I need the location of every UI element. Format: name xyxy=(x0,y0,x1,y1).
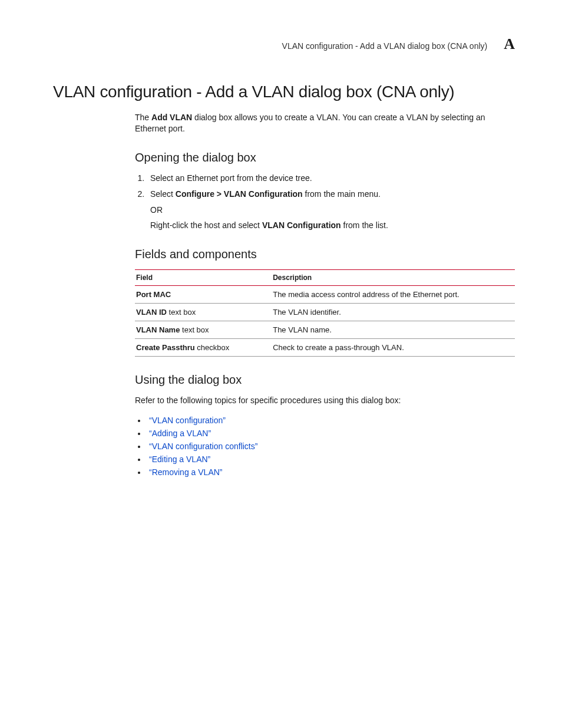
table-row: Port MAC The media access control addres… xyxy=(135,286,515,304)
desc-cell: Check to create a pass-through VLAN. xyxy=(272,339,515,357)
using-intro: Refer to the following topics for specif… xyxy=(135,395,515,406)
step-2-or: OR xyxy=(150,205,515,216)
link-vlan-configuration-conflicts[interactable]: “VLAN configuration conflicts” xyxy=(149,442,257,451)
list-item: “Adding a VLAN” xyxy=(147,429,515,438)
field-name: Create Passthru xyxy=(136,343,195,352)
step-2-bold: Configure > VLAN Configuration xyxy=(176,189,303,199)
step-1-text: Select an Ethernet port from the device … xyxy=(150,173,312,183)
list-item: “Editing a VLAN” xyxy=(147,454,515,464)
link-vlan-configuration[interactable]: “VLAN configuration” xyxy=(149,416,226,425)
intro-paragraph: The Add VLAN dialog box allows you to cr… xyxy=(135,112,515,134)
intro-prefix: The xyxy=(135,113,151,122)
fields-table: Field Description Port MAC The media acc… xyxy=(135,269,515,357)
table-row: VLAN Name text box The VLAN name. xyxy=(135,321,515,339)
table-header-row: Field Description xyxy=(135,270,515,286)
link-removing-a-vlan[interactable]: “Removing a VLAN” xyxy=(149,467,223,477)
field-suffix: text box xyxy=(180,325,209,334)
appendix-letter: A xyxy=(504,35,515,53)
field-cell: VLAN Name text box xyxy=(135,321,272,339)
list-item: “VLAN configuration” xyxy=(147,416,515,425)
step-2: Select Configure > VLAN Configuration fr… xyxy=(147,189,515,232)
table-row: VLAN ID text box The VLAN identifier. xyxy=(135,304,515,321)
link-editing-a-vlan[interactable]: “Editing a VLAN” xyxy=(149,454,210,464)
col-field: Field xyxy=(135,270,272,286)
page-title: VLAN configuration - Add a VLAN dialog b… xyxy=(53,83,515,101)
heading-fields: Fields and components xyxy=(135,248,515,261)
step-2-suffix: from the main menu. xyxy=(303,189,381,199)
list-item: “Removing a VLAN” xyxy=(147,467,515,477)
step-2-alt: Right-click the host and select VLAN Con… xyxy=(150,220,515,231)
field-cell: Port MAC xyxy=(135,286,272,304)
desc-cell: The media access control address of the … xyxy=(272,286,515,304)
field-cell: VLAN ID text box xyxy=(135,304,272,321)
related-links: “VLAN configuration” “Adding a VLAN” “VL… xyxy=(135,416,515,477)
link-adding-a-vlan[interactable]: “Adding a VLAN” xyxy=(149,429,211,438)
running-title: VLAN configuration - Add a VLAN dialog b… xyxy=(282,41,488,51)
opening-steps: Select an Ethernet port from the device … xyxy=(135,173,515,232)
heading-using: Using the dialog box xyxy=(135,373,515,387)
heading-opening: Opening the dialog box xyxy=(135,151,515,164)
page-header: VLAN configuration - Add a VLAN dialog b… xyxy=(53,35,515,53)
field-suffix: text box xyxy=(167,308,196,317)
field-name: VLAN ID xyxy=(136,308,167,317)
desc-cell: The VLAN identifier. xyxy=(272,304,515,321)
field-name: VLAN Name xyxy=(136,325,180,334)
step-2-prefix: Select xyxy=(150,189,176,199)
intro-bold: Add VLAN xyxy=(151,113,192,122)
field-suffix: checkbox xyxy=(195,343,230,352)
field-cell: Create Passthru checkbox xyxy=(135,339,272,357)
content-column: The Add VLAN dialog box allows you to cr… xyxy=(135,112,515,477)
step-2-alt-prefix: Right-click the host and select xyxy=(150,220,262,230)
col-description: Description xyxy=(272,270,515,286)
table-row: Create Passthru checkbox Check to create… xyxy=(135,339,515,357)
list-item: “VLAN configuration conflicts” xyxy=(147,442,515,451)
step-1: Select an Ethernet port from the device … xyxy=(147,173,515,184)
step-2-alt-suffix: from the list. xyxy=(341,220,388,230)
field-name: Port MAC xyxy=(136,290,171,299)
desc-cell: The VLAN name. xyxy=(272,321,515,339)
step-2-alt-bold: VLAN Configuration xyxy=(262,220,341,230)
